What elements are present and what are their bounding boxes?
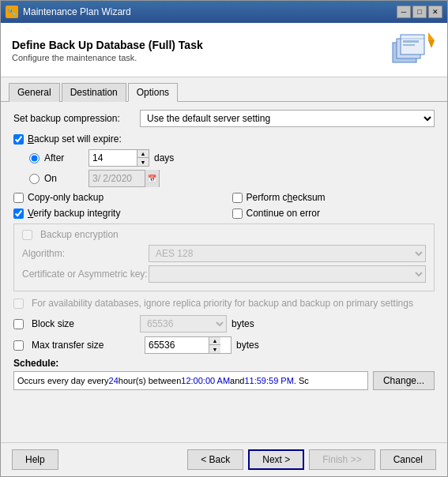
copy-only-checkbox[interactable] xyxy=(13,193,24,203)
on-radio[interactable] xyxy=(29,174,40,184)
next-button[interactable]: Next > xyxy=(248,449,304,470)
encryption-label: Backup encryption xyxy=(40,229,119,240)
schedule-hours: 24 xyxy=(109,376,119,385)
help-button[interactable]: Help xyxy=(12,449,58,470)
max-transfer-label: Max transfer size xyxy=(32,340,104,351)
schedule-end: 11:59:59 PM xyxy=(244,376,293,385)
page-subtitle: Configure the maintenance task. xyxy=(12,53,203,62)
svg-rect-4 xyxy=(403,40,419,43)
change-button[interactable]: Change... xyxy=(373,371,435,390)
block-bytes-label: bytes xyxy=(232,318,254,329)
on-label: On xyxy=(44,173,84,184)
cert-select[interactable] xyxy=(149,265,426,283)
tab-general[interactable]: General xyxy=(9,83,60,102)
compression-row: Set backup compression: Use the default … xyxy=(13,110,435,127)
max-transfer-spinbox: ▲ ▼ xyxy=(145,336,232,354)
date-input: 📅 xyxy=(88,170,160,187)
max-transfer-label-wrap: Max transfer size xyxy=(13,340,140,351)
cert-label: Certificate or Asymmetric key: xyxy=(22,269,149,280)
verify-label: Verify backup integrity xyxy=(28,208,120,219)
algorithm-select[interactable]: AES 128 xyxy=(149,245,426,262)
footer-right: < Back Next > Finish >> Cancel xyxy=(187,449,436,470)
main-window: 🔧 Maintenance Plan Wizard ─ □ ✕ Define B… xyxy=(0,0,448,477)
spinbox-up[interactable]: ▲ xyxy=(137,150,149,158)
svg-rect-5 xyxy=(403,44,415,46)
algorithm-row: Algorithm: AES 128 xyxy=(22,245,426,262)
options-content: Set backup compression: Use the default … xyxy=(1,102,447,442)
compression-label: Set backup compression: xyxy=(13,113,140,124)
schedule-prefix: Occurs every day every xyxy=(17,376,109,385)
close-button[interactable]: ✕ xyxy=(428,6,442,18)
footer: Help < Back Next > Finish >> Cancel xyxy=(1,442,447,476)
schedule-text-box: Occurs every day every 24 hour(s) betwee… xyxy=(13,371,368,390)
block-size-select[interactable]: 65536 xyxy=(140,315,227,332)
compression-select[interactable]: Use the default server settingCompress b… xyxy=(140,110,435,127)
algorithm-label: Algorithm: xyxy=(22,248,149,259)
title-bar: 🔧 Maintenance Plan Wizard ─ □ ✕ xyxy=(1,1,447,23)
copy-only-item: Copy-only backup xyxy=(13,192,216,203)
back-button[interactable]: < Back xyxy=(187,449,243,470)
availability-checkbox[interactable] xyxy=(13,299,24,309)
header-icon xyxy=(389,31,436,70)
app-icon: 🔧 xyxy=(6,6,18,18)
days-label: days xyxy=(154,152,174,163)
max-transfer-input[interactable] xyxy=(145,337,209,353)
date-field[interactable] xyxy=(89,171,145,186)
finish-button[interactable]: Finish >> xyxy=(309,449,375,470)
max-spinbox-up[interactable]: ▲ xyxy=(209,337,220,345)
max-spinbox-controls: ▲ ▼ xyxy=(209,337,220,353)
encryption-checkbox[interactable] xyxy=(22,230,32,240)
checksum-checkbox[interactable] xyxy=(232,193,243,203)
after-radio[interactable] xyxy=(29,153,40,163)
copy-only-label: Copy-only backup xyxy=(28,192,104,203)
continue-error-label: Continue on error xyxy=(247,208,320,219)
schedule-label: Schedule: xyxy=(13,358,435,369)
cancel-button[interactable]: Cancel xyxy=(380,449,436,470)
availability-row: For availability databases, ignore repli… xyxy=(13,298,435,309)
window-controls: ─ □ ✕ xyxy=(397,6,442,18)
calendar-icon[interactable]: 📅 xyxy=(145,170,159,187)
after-days-input[interactable] xyxy=(89,150,137,166)
schedule-and: and xyxy=(230,376,244,385)
max-transfer-checkbox[interactable] xyxy=(13,340,24,351)
cert-row: Certificate or Asymmetric key: xyxy=(22,265,426,283)
max-bytes-label: bytes xyxy=(236,340,259,351)
minimize-button[interactable]: ─ xyxy=(397,6,411,18)
max-spinbox-down[interactable]: ▼ xyxy=(209,345,220,353)
block-size-checkbox[interactable] xyxy=(13,319,24,329)
after-label: After xyxy=(44,152,84,163)
svg-marker-7 xyxy=(428,40,435,48)
continue-error-checkbox[interactable] xyxy=(232,208,243,219)
verify-checkbox[interactable] xyxy=(13,208,24,219)
max-transfer-row: Max transfer size ▲ ▼ bytes xyxy=(13,336,435,354)
schedule-middle: hour(s) between xyxy=(119,376,182,385)
window-title: Maintenance Plan Wizard xyxy=(23,6,397,17)
schedule-suffix: . Sc xyxy=(294,376,309,385)
checksum-label: Perform checksum xyxy=(247,192,326,203)
checkboxes-two-col-2: Verify backup integrity Continue on erro… xyxy=(13,208,435,219)
maximize-button[interactable]: □ xyxy=(412,6,427,18)
spinbox-down[interactable]: ▼ xyxy=(137,158,149,166)
footer-left: Help xyxy=(12,449,58,470)
tabs-bar: General Destination Options xyxy=(1,77,447,102)
header: Define Back Up Database (Full) Task Conf… xyxy=(1,23,447,77)
continue-error-item: Continue on error xyxy=(232,208,435,219)
schedule-section: Schedule: Occurs every day every 24 hour… xyxy=(13,358,435,390)
tab-destination[interactable]: Destination xyxy=(62,83,126,102)
after-row: After ▲ ▼ days xyxy=(29,149,435,167)
spinbox-controls: ▲ ▼ xyxy=(137,150,149,166)
on-row: On 📅 xyxy=(29,170,435,187)
header-text: Define Back Up Database (Full) Task Conf… xyxy=(12,39,203,62)
encryption-checkbox-row: Backup encryption xyxy=(22,229,426,240)
block-size-label-wrap: Block size xyxy=(13,318,140,329)
expire-section: After ▲ ▼ days On 📅 xyxy=(29,149,435,187)
block-size-row: Block size 65536 bytes xyxy=(13,315,435,332)
expire-row: Backup set will expire: xyxy=(13,133,435,145)
schedule-row: Occurs every day every 24 hour(s) betwee… xyxy=(13,371,435,390)
expire-label-rest: ackup set will expire: xyxy=(34,133,122,145)
tab-options[interactable]: Options xyxy=(128,83,178,102)
after-spinbox: ▲ ▼ xyxy=(88,149,149,167)
checksum-item: Perform checksum xyxy=(232,192,435,203)
expire-checkbox[interactable] xyxy=(13,134,24,145)
encryption-group: Backup encryption Algorithm: AES 128 Cer… xyxy=(13,223,435,291)
